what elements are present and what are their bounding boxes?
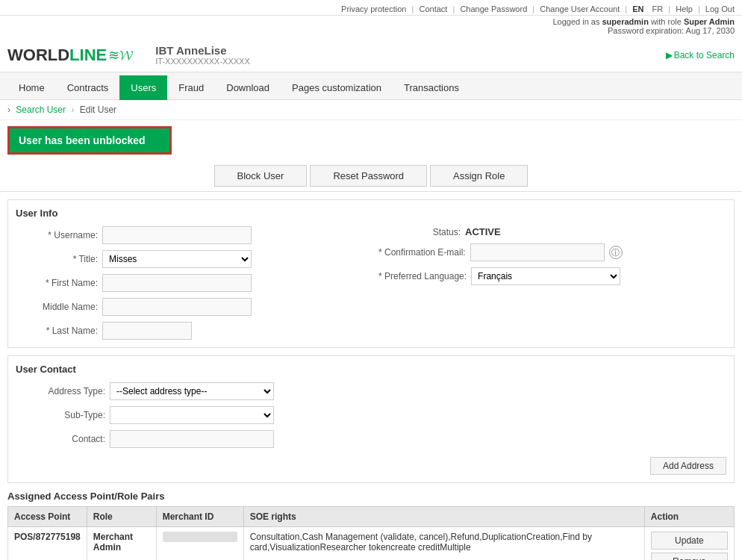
access-point-value: POS/872775198 — [14, 532, 81, 542]
password-expiration-label: Password expiration: — [608, 26, 684, 35]
breadcrumb-search-user[interactable]: Search User — [16, 105, 66, 115]
address-type-row: Address Type: --Select address type-- — [16, 382, 726, 400]
subtype-row: Sub-Type: — [16, 406, 726, 424]
middle-name-row: Middle Name: — [16, 298, 364, 316]
access-point-cell: POS/872775198 — [8, 527, 87, 561]
merchant-id: IT-XXXXXXXXXX-XXXXX — [155, 57, 665, 66]
password-expiration-date: Aug 17, 2030 — [686, 26, 735, 35]
username-label: * Username: — [16, 230, 98, 240]
contact-link[interactable]: Contact — [419, 4, 447, 13]
back-arrow-icon: ▶ — [666, 50, 673, 60]
top-bar: Privacy protection | Contact | Change Pa… — [0, 0, 742, 16]
nav-contracts[interactable]: Contracts — [56, 75, 120, 100]
user-info-right-col: Status: ACTIVE * Confirmation E-mail: ⓘ … — [378, 226, 726, 340]
address-type-select[interactable]: --Select address type-- — [110, 382, 274, 400]
merchant-name: IBT AnneLise — [155, 44, 665, 57]
access-points-section: Assigned Access Point/Role Pairs Access … — [7, 491, 735, 560]
contact-label: Contact: — [16, 434, 105, 444]
logo-wave: ≋𝓦 — [108, 47, 133, 63]
separator-7: | — [698, 4, 702, 13]
user-info-left-col: * Username: * Title: Misses Mr Mrs Ms Dr… — [16, 226, 364, 340]
info-icon[interactable]: ⓘ — [609, 246, 623, 259]
breadcrumb-separator: › — [71, 105, 76, 115]
merchant-id-value — [163, 532, 237, 542]
logo-world: WORLD — [7, 46, 69, 65]
separator-2: | — [452, 4, 457, 13]
col-access-point: Access Point — [8, 507, 87, 527]
logo-line: LINE — [69, 46, 107, 65]
assign-role-button[interactable]: Assign Role — [430, 165, 528, 187]
last-name-row: * Last Name: — [16, 322, 364, 340]
first-name-row: * First Name: — [16, 274, 364, 292]
contact-row: Contact: — [16, 430, 726, 448]
title-label: * Title: — [16, 254, 98, 264]
separator-3: | — [532, 4, 537, 13]
col-action: Action — [644, 507, 734, 527]
logged-in-role-prefix: with role — [651, 17, 684, 26]
change-password-link[interactable]: Change Password — [460, 4, 527, 13]
action-cell: Update Remove Access Point — [644, 527, 734, 561]
nav-download[interactable]: Download — [215, 75, 281, 100]
separator-1: | — [412, 4, 417, 13]
nav-transactions[interactable]: Transactions — [393, 75, 470, 100]
access-points-title: Assigned Access Point/Role Pairs — [7, 491, 735, 502]
title-select[interactable]: Misses Mr Mrs Ms Dr — [102, 250, 252, 268]
block-user-button[interactable]: Block User — [214, 165, 308, 187]
access-points-table: Access Point Role Merchant ID SOE rights… — [7, 506, 735, 560]
breadcrumb-arrow-1: › — [7, 105, 10, 115]
subtype-label: Sub-Type: — [16, 410, 105, 420]
nav-home[interactable]: Home — [7, 75, 56, 100]
remove-access-point-button[interactable]: Remove Access Point — [651, 553, 728, 560]
table-header-row: Access Point Role Merchant ID SOE rights… — [8, 507, 735, 527]
subtype-select[interactable] — [110, 406, 274, 424]
user-info-title: User Info — [16, 208, 726, 219]
nav-bar: Home Contracts Users Fraud Download Page… — [0, 72, 742, 100]
reset-password-button[interactable]: Reset Password — [310, 165, 427, 187]
nav-fraud[interactable]: Fraud — [167, 75, 215, 100]
update-button[interactable]: Update — [651, 532, 728, 550]
preferred-language-row: * Preferred Language: Français English D… — [378, 267, 726, 285]
status-value: ACTIVE — [465, 226, 501, 237]
middle-name-label: Middle Name: — [16, 302, 98, 312]
logout-link[interactable]: Log Out — [705, 4, 735, 13]
lang-en[interactable]: EN — [632, 4, 643, 13]
address-type-label: Address Type: — [16, 386, 105, 396]
lang-fr-link[interactable]: FR — [652, 4, 664, 13]
role-cell: Merchant Admin — [87, 527, 156, 561]
confirmation-email-row: * Confirmation E-mail: ⓘ — [378, 243, 726, 261]
user-info-form: * Username: * Title: Misses Mr Mrs Ms Dr… — [16, 226, 726, 340]
nav-pages-customization[interactable]: Pages customization — [281, 75, 393, 100]
col-merchant-id: Merchant ID — [156, 507, 243, 527]
last-name-input[interactable] — [102, 322, 192, 340]
logo: WORLDLINE ≋𝓦 — [7, 46, 133, 65]
header: WORLDLINE ≋𝓦 IBT AnneLise IT-XXXXXXXXXX-… — [0, 38, 742, 72]
breadcrumb: › Search User › Edit User — [0, 100, 742, 120]
user-contact-section: User Contact Address Type: --Select addr… — [7, 355, 735, 483]
success-banner: User has been unblocked — [7, 126, 172, 155]
logged-in-text: Logged in as — [552, 17, 599, 26]
logged-in-role: Super Admin — [684, 17, 735, 26]
logged-in-bar: Logged in as superadmin with role Super … — [0, 16, 742, 38]
user-contact-title: User Contact — [16, 364, 726, 375]
help-link[interactable]: Help — [676, 4, 693, 13]
middle-name-input[interactable] — [102, 298, 252, 316]
privacy-protection-link[interactable]: Privacy protection — [341, 4, 406, 13]
preferred-language-label: * Preferred Language: — [378, 271, 467, 281]
col-role: Role — [87, 507, 156, 527]
confirmation-email-input[interactable] — [470, 243, 605, 261]
action-buttons-row: Block User Reset Password Assign Role — [0, 161, 742, 192]
merchant-info: IBT AnneLise IT-XXXXXXXXXX-XXXXX — [155, 44, 665, 66]
add-address-button[interactable]: Add Address — [650, 457, 726, 475]
col-soe-rights: SOE rights — [243, 507, 644, 527]
change-user-account-link[interactable]: Change User Account — [540, 4, 620, 13]
back-to-search-link[interactable]: ▶Back to Search — [666, 50, 735, 60]
preferred-language-select[interactable]: Français English Deutsch Español — [471, 267, 620, 285]
title-row: * Title: Misses Mr Mrs Ms Dr — [16, 250, 364, 268]
status-label: Status: — [378, 227, 461, 237]
contact-input[interactable] — [110, 430, 274, 448]
username-input[interactable] — [102, 226, 252, 244]
breadcrumb-edit-user: Edit User — [80, 105, 116, 115]
nav-users[interactable]: Users — [119, 75, 167, 100]
first-name-input[interactable] — [102, 274, 252, 292]
last-name-label: * Last Name: — [16, 326, 98, 336]
